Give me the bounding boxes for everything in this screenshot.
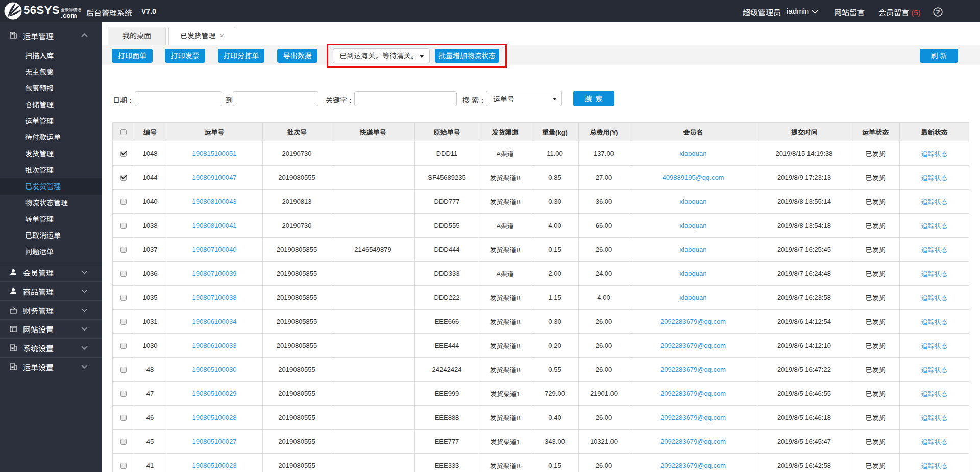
svg-text:?: ? xyxy=(936,8,940,16)
